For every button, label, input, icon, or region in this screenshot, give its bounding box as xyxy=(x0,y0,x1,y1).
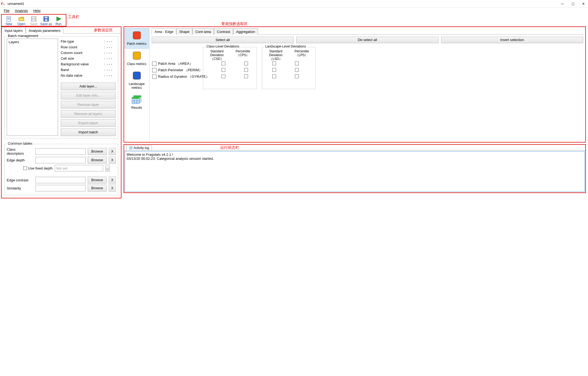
layers-header: Layers xyxy=(9,40,56,44)
metric-checkbox-2[interactable] xyxy=(152,74,157,79)
activity-log-tab[interactable]: Activity log xyxy=(126,145,152,150)
svg-rect-5 xyxy=(7,19,10,19)
save-button: Save xyxy=(28,15,40,26)
nav-patch[interactable]: Patch metrics xyxy=(125,28,149,49)
metric-tab-shape[interactable]: Shape xyxy=(176,28,192,35)
clear-similarity[interactable]: X xyxy=(109,185,116,192)
row-edge-contrast: Edge contrast Browse X xyxy=(7,177,116,184)
lps-checkbox-2[interactable] xyxy=(295,74,299,78)
browse-edge-contrast[interactable]: Browse xyxy=(88,177,107,184)
tab-input-layers[interactable]: Input layers xyxy=(2,27,26,33)
edge-contrast-input[interactable] xyxy=(35,177,86,183)
browse-edge-depth[interactable]: Browse xyxy=(88,157,107,164)
nav-results[interactable]: Results xyxy=(125,92,149,112)
tab-analysis-parameters[interactable]: Analysis parameters xyxy=(26,27,63,33)
metric-tab-aggregation[interactable]: Aggregation xyxy=(233,28,258,35)
titlebar: fч unnamed1 — ▢ ✕ xyxy=(0,0,588,8)
row-similarity: Similarity Browse X xyxy=(7,185,116,192)
svg-rect-3 xyxy=(7,18,10,18)
floppy-save-icon xyxy=(30,16,37,22)
metric-tab-area-edge[interactable]: Area - Edge xyxy=(152,28,176,35)
layers-list[interactable]: Layers xyxy=(7,39,58,136)
metric-checkbox-0[interactable] xyxy=(152,62,157,66)
clear-edge-depth[interactable]: X xyxy=(109,157,116,164)
meta-row-6: No data value:- - - xyxy=(61,73,116,78)
log-annotation: 运行状态栏 xyxy=(219,144,241,151)
metric-tab-contrast[interactable]: Contrast xyxy=(214,28,233,35)
lps-checkbox-1[interactable] xyxy=(295,68,299,72)
svg-rect-17 xyxy=(133,52,141,59)
maximize-button[interactable]: ▢ xyxy=(572,2,575,6)
svg-text:...: ... xyxy=(44,20,45,22)
nav-landscape[interactable]: Landscape metrics xyxy=(125,69,149,92)
row-class-descriptors: Class descriptors Browse X xyxy=(7,147,116,155)
activity-log-body[interactable]: Welcome to Fragstats v4.2.1 ! 03/13/20 0… xyxy=(125,151,585,192)
import-button[interactable]: Import batch xyxy=(61,128,116,136)
similarity-input[interactable] xyxy=(35,185,86,191)
save-as-button[interactable]: ... Save as xyxy=(40,15,52,26)
lsd-checkbox-2[interactable] xyxy=(272,74,276,78)
row-use-fixed-depth: Use fixed depth ... xyxy=(7,165,116,172)
metric-row-0: Patch Area （AREA） xyxy=(152,60,583,67)
meta-row-5: Band:- - - xyxy=(61,67,116,73)
menu-analysis[interactable]: Analysis xyxy=(13,8,30,13)
activity-log-panel: 运行状态栏 Activity log Welcome to Fragstats … xyxy=(124,144,586,193)
svg-rect-20 xyxy=(134,96,141,97)
browse-class-descriptors[interactable]: Browse xyxy=(88,148,107,155)
lsd-checkbox-0[interactable] xyxy=(272,62,276,65)
remove-button: Remove layer xyxy=(61,101,116,109)
csd-checkbox-2[interactable] xyxy=(222,74,225,78)
svg-marker-7 xyxy=(18,18,24,21)
metric-checkbox-1[interactable] xyxy=(152,68,157,72)
meta-row-0: File type:- - - xyxy=(61,39,116,44)
nav-class[interactable]: Class metrics xyxy=(125,49,149,69)
toolbar: New Open Save ... Save as Run xyxy=(1,14,66,26)
menu-file[interactable]: File xyxy=(2,8,12,13)
window-title: unnamed1 xyxy=(8,2,561,6)
removeall-button: Remove all layers xyxy=(61,110,116,118)
cps-checkbox-0[interactable] xyxy=(244,62,248,65)
new-button[interactable]: New xyxy=(3,15,15,26)
lps-checkbox-0[interactable] xyxy=(295,62,299,65)
meta-row-1: Row count:- - - xyxy=(61,44,116,50)
params-annotation: 参数设定区 xyxy=(94,27,121,33)
fixed-depth-more[interactable]: ... xyxy=(105,165,110,172)
open-button[interactable]: Open xyxy=(15,15,28,26)
svg-rect-22 xyxy=(132,97,140,99)
menubar: File Analysis Help xyxy=(0,8,588,13)
metric-tab-core-area[interactable]: Core area xyxy=(192,28,214,35)
lsd-checkbox-1[interactable] xyxy=(272,68,276,72)
browse-similarity[interactable]: Browse xyxy=(88,185,107,192)
edge-depth-input[interactable] xyxy=(35,157,86,163)
common-legend: Common tables xyxy=(7,141,33,145)
svg-rect-12 xyxy=(45,17,48,18)
run-button[interactable]: Run xyxy=(52,15,65,26)
clear-edge-contrast[interactable]: X xyxy=(109,177,116,184)
svg-marker-15 xyxy=(57,17,61,21)
svg-rect-9 xyxy=(32,17,35,18)
floppy-saveas-icon: ... xyxy=(43,16,49,22)
close-button[interactable]: ✕ xyxy=(582,2,585,6)
csd-checkbox-0[interactable] xyxy=(222,62,225,65)
csd-checkbox-1[interactable] xyxy=(222,68,225,72)
left-panel: Input layers Analysis parameters 参数设定区 B… xyxy=(1,26,121,198)
invert-selection-button[interactable]: Invert selection xyxy=(441,37,583,43)
app-icon: fч xyxy=(1,1,6,6)
class-descriptors-input[interactable] xyxy=(35,148,86,155)
cps-checkbox-2[interactable] xyxy=(244,74,248,78)
cps-checkbox-1[interactable] xyxy=(244,68,248,72)
batch-management-group: Batch management Layers File type:- - -R… xyxy=(4,36,118,138)
select-all-button[interactable]: Select all xyxy=(152,37,294,43)
folder-open-icon xyxy=(18,16,25,22)
edit-button: Edit layer info... xyxy=(61,92,116,99)
svg-rect-16 xyxy=(133,32,141,39)
play-run-icon xyxy=(55,16,62,22)
common-tables-group: Common tables Class descriptors Browse X… xyxy=(4,144,118,195)
menu-help[interactable]: Help xyxy=(31,8,43,13)
de-select-all-button[interactable]: De-select all xyxy=(296,37,438,43)
use-fixed-depth-checkbox[interactable]: Use fixed depth xyxy=(23,166,52,170)
add-button[interactable]: Add layer... xyxy=(61,83,116,90)
minimize-button[interactable]: — xyxy=(561,2,564,6)
clear-class-descriptors[interactable]: X xyxy=(109,148,116,155)
class-icon xyxy=(131,50,142,61)
